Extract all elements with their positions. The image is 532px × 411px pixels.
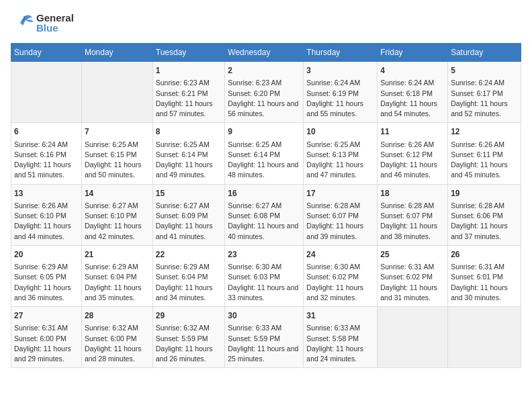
day-info: Sunrise: 6:25 AM [228, 140, 300, 150]
day-info: Sunset: 5:59 PM [228, 334, 300, 344]
calendar-cell: 23Sunrise: 6:30 AMSunset: 6:03 PMDayligh… [225, 245, 304, 306]
day-info: Daylight: 11 hours and 34 minutes. [156, 283, 222, 303]
day-number: 19 [451, 188, 518, 199]
day-number: 20 [14, 249, 79, 261]
week-row-1: 1Sunrise: 6:23 AMSunset: 6:21 PMDaylight… [11, 62, 521, 123]
day-info: Daylight: 11 hours and 26 minutes. [156, 344, 222, 364]
day-number: 9 [228, 126, 300, 138]
day-info: Sunset: 6:01 PM [451, 272, 518, 282]
day-number: 21 [85, 249, 150, 261]
day-info: Sunrise: 6:29 AM [14, 262, 79, 272]
day-info: Sunset: 6:19 PM [306, 89, 374, 99]
day-number: 23 [228, 249, 300, 261]
day-info: Sunset: 6:20 PM [228, 89, 300, 99]
week-row-2: 6Sunrise: 6:24 AMSunset: 6:16 PMDaylight… [11, 123, 521, 184]
day-info: Daylight: 11 hours and 30 minutes. [451, 283, 518, 303]
weekday-header-row: SundayMondayTuesdayWednesdayThursdayFrid… [11, 44, 521, 62]
day-info: Sunrise: 6:25 AM [156, 140, 222, 150]
day-info: Sunrise: 6:23 AM [156, 78, 222, 88]
day-number: 26 [451, 249, 518, 261]
day-number: 31 [306, 310, 374, 322]
calendar-cell: 9Sunrise: 6:25 AMSunset: 6:14 PMDaylight… [225, 123, 304, 184]
calendar-cell: 29Sunrise: 6:32 AMSunset: 5:59 PMDayligh… [152, 307, 224, 368]
day-number: 18 [380, 188, 445, 199]
calendar-cell: 25Sunrise: 6:31 AMSunset: 6:02 PMDayligh… [378, 245, 448, 306]
day-info: Daylight: 11 hours and 37 minutes. [451, 221, 518, 241]
day-info: Sunrise: 6:25 AM [85, 140, 150, 150]
day-info: Sunrise: 6:25 AM [306, 140, 374, 150]
calendar-cell [378, 307, 448, 368]
day-info: Sunrise: 6:26 AM [380, 140, 445, 150]
day-number: 28 [85, 310, 150, 322]
day-info: Daylight: 11 hours and 40 minutes. [228, 221, 300, 241]
day-info: Sunrise: 6:27 AM [85, 201, 150, 211]
day-info: Sunset: 6:02 PM [380, 272, 445, 282]
logo-blue: Blue [36, 23, 74, 33]
day-info: Sunset: 5:59 PM [156, 334, 222, 344]
calendar-body: 1Sunrise: 6:23 AMSunset: 6:21 PMDaylight… [11, 62, 521, 368]
calendar-cell: 2Sunrise: 6:23 AMSunset: 6:20 PMDaylight… [225, 62, 304, 123]
day-info: Sunset: 6:12 PM [380, 150, 445, 160]
day-info: Daylight: 11 hours and 36 minutes. [14, 283, 79, 303]
calendar-cell: 4Sunrise: 6:24 AMSunset: 6:18 PMDaylight… [378, 62, 448, 123]
calendar-table: SundayMondayTuesdayWednesdayThursdayFrid… [11, 43, 521, 368]
day-number: 22 [156, 249, 222, 261]
logo-general: General [36, 13, 74, 23]
day-info: Sunset: 6:16 PM [14, 150, 79, 160]
day-info: Sunset: 6:14 PM [156, 150, 222, 160]
day-info: Sunrise: 6:33 AM [306, 323, 374, 333]
calendar-cell: 13Sunrise: 6:26 AMSunset: 6:10 PMDayligh… [11, 184, 82, 245]
day-info: Sunset: 6:00 PM [85, 334, 150, 344]
calendar-cell: 19Sunrise: 6:28 AMSunset: 6:06 PMDayligh… [448, 184, 521, 245]
day-info: Sunset: 6:05 PM [14, 272, 79, 282]
day-info: Sunrise: 6:27 AM [228, 201, 300, 211]
day-info: Sunrise: 6:24 AM [14, 140, 79, 150]
day-info: Daylight: 11 hours and 29 minutes. [14, 344, 79, 364]
day-info: Daylight: 11 hours and 56 minutes. [228, 99, 300, 119]
calendar-cell: 1Sunrise: 6:23 AMSunset: 6:21 PMDaylight… [152, 62, 224, 123]
day-info: Daylight: 11 hours and 51 minutes. [14, 160, 79, 180]
day-number: 11 [380, 126, 445, 138]
week-row-3: 13Sunrise: 6:26 AMSunset: 6:10 PMDayligh… [11, 184, 521, 245]
day-info: Daylight: 11 hours and 42 minutes. [85, 221, 150, 241]
calendar-cell: 31Sunrise: 6:33 AMSunset: 5:58 PMDayligh… [304, 307, 378, 368]
day-info: Sunset: 6:03 PM [228, 272, 300, 282]
day-info: Daylight: 11 hours and 44 minutes. [14, 221, 79, 241]
day-info: Daylight: 11 hours and 49 minutes. [156, 160, 222, 180]
day-number: 3 [306, 65, 374, 77]
day-info: Sunset: 6:10 PM [14, 211, 79, 221]
day-info: Sunset: 6:07 PM [380, 211, 445, 221]
day-number: 5 [451, 65, 518, 77]
day-info: Sunrise: 6:31 AM [451, 262, 518, 272]
calendar-cell: 14Sunrise: 6:27 AMSunset: 6:10 PMDayligh… [81, 184, 152, 245]
day-info: Sunset: 6:07 PM [306, 211, 374, 221]
day-info: Sunrise: 6:23 AM [228, 78, 300, 88]
day-info: Daylight: 11 hours and 39 minutes. [306, 221, 374, 241]
day-info: Sunset: 6:18 PM [380, 89, 445, 99]
day-info: Sunset: 6:04 PM [156, 272, 222, 282]
calendar-cell [448, 307, 521, 368]
day-info: Daylight: 11 hours and 31 minutes. [380, 283, 445, 303]
logo-bird-icon [11, 11, 35, 35]
day-number: 7 [85, 126, 150, 138]
day-number: 29 [156, 310, 222, 322]
day-info: Daylight: 11 hours and 54 minutes. [380, 99, 445, 119]
calendar-cell: 30Sunrise: 6:33 AMSunset: 5:59 PMDayligh… [225, 307, 304, 368]
day-info: Sunrise: 6:30 AM [306, 262, 374, 272]
day-number: 30 [228, 310, 300, 322]
day-info: Sunrise: 6:32 AM [85, 323, 150, 333]
day-number: 16 [228, 188, 300, 199]
week-row-4: 20Sunrise: 6:29 AMSunset: 6:05 PMDayligh… [11, 245, 521, 306]
day-info: Daylight: 11 hours and 45 minutes. [451, 160, 518, 180]
day-info: Daylight: 11 hours and 46 minutes. [380, 160, 445, 180]
weekday-header-saturday: Saturday [448, 44, 521, 62]
day-info: Sunrise: 6:30 AM [228, 262, 300, 272]
calendar-cell: 18Sunrise: 6:28 AMSunset: 6:07 PMDayligh… [378, 184, 448, 245]
day-info: Daylight: 11 hours and 48 minutes. [228, 160, 300, 180]
day-info: Daylight: 11 hours and 41 minutes. [156, 221, 222, 241]
calendar-cell: 10Sunrise: 6:25 AMSunset: 6:13 PMDayligh… [304, 123, 378, 184]
day-info: Daylight: 11 hours and 57 minutes. [156, 99, 222, 119]
day-info: Sunrise: 6:24 AM [306, 78, 374, 88]
day-info: Sunrise: 6:33 AM [228, 323, 300, 333]
weekday-header-sunday: Sunday [11, 44, 82, 62]
